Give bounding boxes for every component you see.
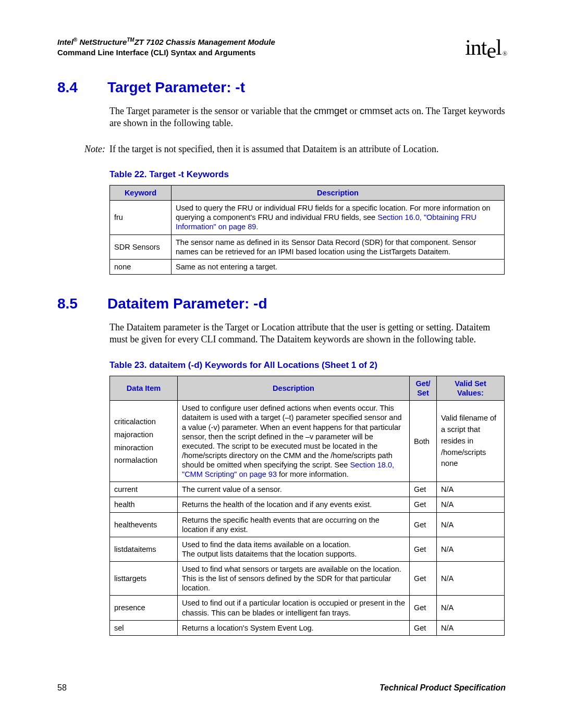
logo-reg: ®: [503, 50, 507, 57]
table-row: current The current value of a sensor. G…: [110, 482, 505, 497]
t23-r0-vals: Valid filename of a script that resides …: [437, 401, 505, 482]
hdr-brand: Intel: [57, 38, 74, 46]
footer-title: Technical Product Specification: [380, 683, 506, 693]
t23-r3-di: healthevents: [110, 512, 178, 537]
hdr-model: ZT 7102 Chassis Management Module: [134, 38, 275, 46]
t23-r3-vals: N/A: [437, 512, 505, 537]
t22-r1-d: The sensor name as defined in its Sensor…: [172, 235, 505, 259]
table-22: Keyword Description fru Used to query th…: [109, 185, 505, 275]
hdr-subtitle: Command Line Interface (CLI) Syntax and …: [57, 47, 275, 58]
t23-r0-post: for more information.: [277, 470, 349, 478]
t23-h4: Valid Set Values:: [437, 376, 505, 401]
section-8-5-heading: 8.5Dataitem Parameter: -d: [57, 295, 506, 312]
t22-h1: Keyword: [110, 186, 172, 201]
t23-r0-desc: Used to configure user defined actions w…: [178, 401, 410, 482]
t23-r5-gs: Get: [410, 562, 437, 596]
table22-caption: Table 22. Target -t Keywords: [109, 169, 506, 180]
table-row: criticalaction majoraction minoraction n…: [110, 401, 505, 482]
t23-r4-desc: Used to find the data items available on…: [178, 537, 410, 561]
t23-r5-desc: Used to find what sensors or targets are…: [178, 562, 410, 596]
t23-r0-di: criticalaction majoraction minoraction n…: [110, 401, 178, 482]
cmd-cmmset: cmmset: [360, 106, 393, 116]
t23-h3: Get/ Set: [410, 376, 437, 401]
t23-r1-gs: Get: [410, 482, 437, 497]
note-row: Note: If the target is not specified, th…: [57, 144, 506, 155]
table-row: health Returns the health of the locatio…: [110, 497, 505, 512]
tm-mark: TM: [127, 37, 134, 43]
table-row: SDR Sensors The sensor name as defined i…: [110, 235, 505, 259]
note-label: Note:: [57, 144, 109, 155]
t22-r1-k: SDR Sensors: [110, 235, 172, 259]
t23-r2-desc: Returns the health of the location and i…: [178, 497, 410, 512]
table-row: presence Used to find out if a particula…: [110, 596, 505, 620]
section-num: 8.4: [57, 79, 107, 96]
t23-r5-vals: N/A: [437, 562, 505, 596]
t23-r3-desc: Returns the specific health events that …: [178, 512, 410, 537]
t23-r6-di: presence: [110, 596, 178, 620]
t23-r7-gs: Get: [410, 620, 437, 635]
t23-r2-gs: Get: [410, 497, 437, 512]
t23-r4-gs: Get: [410, 537, 437, 561]
table-row: fru Used to query the FRU or individual …: [110, 201, 505, 235]
t23-r4-di: listdataitems: [110, 537, 178, 561]
page-header: Intel® NetStructureTMZT 7102 Chassis Man…: [57, 36, 506, 58]
t22-r0-d-post: .: [256, 223, 258, 231]
s84-pre: The Target parameter is the sensor or va…: [109, 106, 314, 116]
t23-r0-pre: Used to configure user defined actions w…: [182, 404, 402, 469]
t23-r1-vals: N/A: [437, 482, 505, 497]
page-number: 58: [57, 683, 67, 693]
t23-r1-di: current: [110, 482, 178, 497]
table-row: none Same as not entering a target.: [110, 259, 505, 274]
t22-r0-d: Used to query the FRU or individual FRU …: [172, 201, 505, 235]
table23-caption: Table 23. dataitem (-d) Keywords for All…: [109, 360, 506, 371]
t23-r3-gs: Get: [410, 512, 437, 537]
t23-r4-vals: N/A: [437, 537, 505, 561]
table-row: listtargets Used to find what sensors or…: [110, 562, 505, 596]
t22-h2: Description: [172, 186, 505, 201]
t23-r7-di: sel: [110, 620, 178, 635]
t23-r0-gs: Both: [410, 401, 437, 482]
table-row: healthevents Returns the specific health…: [110, 512, 505, 537]
t22-r2-k: none: [110, 259, 172, 274]
t23-r1-desc: The current value of a sensor.: [178, 482, 410, 497]
section-8-4-heading: 8.4Target Parameter: -t: [57, 79, 506, 96]
s84-mid: or: [347, 106, 360, 116]
header-text: Intel® NetStructureTMZT 7102 Chassis Man…: [57, 36, 275, 58]
note-text: If the target is not specified, then it …: [109, 144, 506, 155]
section-title: Dataitem Parameter: -d: [107, 295, 267, 312]
section-num: 8.5: [57, 295, 107, 312]
t22-r2-d: Same as not entering a target.: [172, 259, 505, 274]
table-23: Data Item Description Get/ Set Valid Set…: [109, 376, 505, 636]
t23-h1: Data Item: [110, 376, 178, 401]
table-row: sel Returns a location's System Event Lo…: [110, 620, 505, 635]
table-row: listdataitems Used to find the data item…: [110, 537, 505, 561]
s85-paragraph: The Dataitem parameter is the Target or …: [109, 322, 506, 346]
t23-r6-vals: N/A: [437, 596, 505, 620]
t23-r6-desc: Used to find out if a particular locatio…: [178, 596, 410, 620]
t23-r6-gs: Get: [410, 596, 437, 620]
t23-r7-desc: Returns a location's System Event Log.: [178, 620, 410, 635]
t23-h2: Description: [178, 376, 410, 401]
t23-r2-vals: N/A: [437, 497, 505, 512]
section-title: Target Parameter: -t: [107, 79, 245, 95]
page-footer: 58 Technical Product Specification: [57, 683, 506, 693]
s84-paragraph: The Target parameter is the sensor or va…: [109, 105, 506, 129]
intel-logo: intel®: [465, 36, 506, 58]
cmd-cmmget: cmmget: [314, 106, 347, 116]
t23-r5-di: listtargets: [110, 562, 178, 596]
t22-r0-k: fru: [110, 201, 172, 235]
hdr-netstructure: NetStructure: [77, 38, 127, 46]
t23-r7-vals: N/A: [437, 620, 505, 635]
t23-r2-di: health: [110, 497, 178, 512]
logo-text: intel: [465, 35, 501, 63]
